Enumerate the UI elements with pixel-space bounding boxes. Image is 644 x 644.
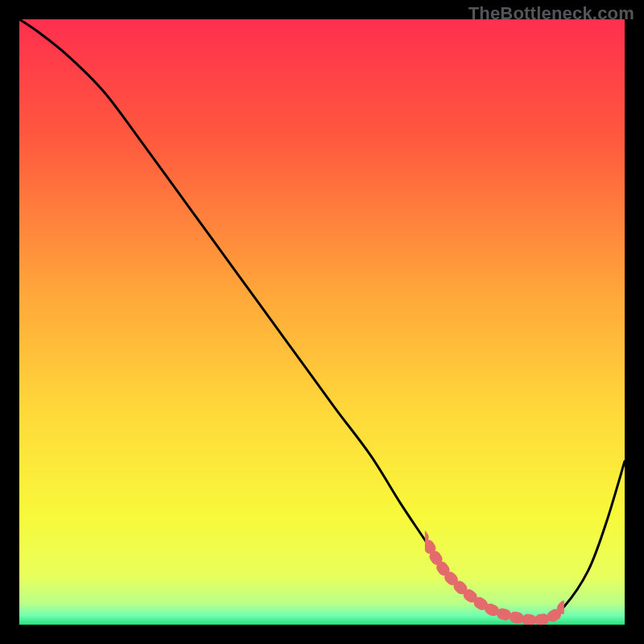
bottleneck-chart-canvas <box>19 19 625 625</box>
watermark-text: TheBottleneck.com <box>469 3 634 24</box>
chart-frame: TheBottleneck.com <box>0 0 644 644</box>
plot-area <box>19 19 625 625</box>
